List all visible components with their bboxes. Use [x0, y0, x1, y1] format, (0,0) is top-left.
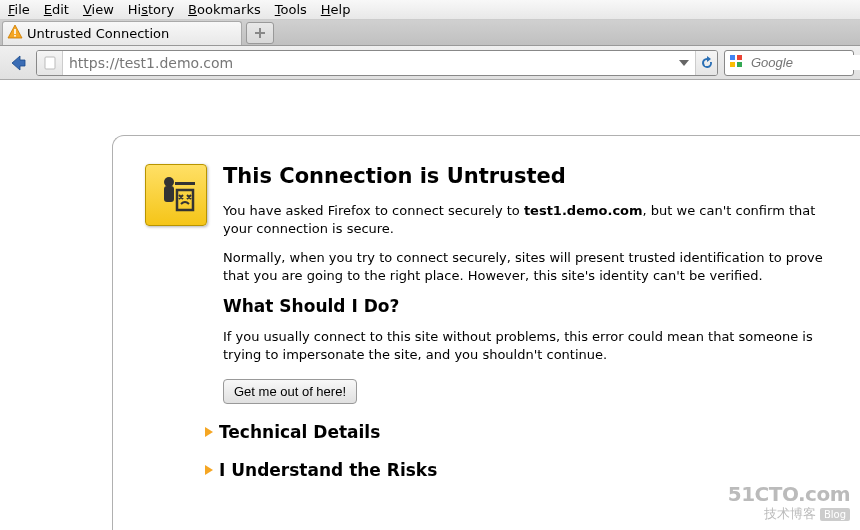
- svg-rect-2: [45, 57, 55, 69]
- identity-box[interactable]: [37, 51, 63, 75]
- understand-risks-expander[interactable]: I Understand the Risks: [205, 460, 840, 480]
- tab-active[interactable]: Untrusted Connection: [2, 21, 242, 45]
- svg-rect-9: [175, 182, 195, 185]
- untrusted-badge-icon: [145, 164, 207, 226]
- warning-icon: [7, 24, 23, 43]
- watermark-line1: 51CTO.com: [728, 482, 850, 506]
- svg-rect-3: [730, 55, 735, 60]
- reload-button[interactable]: [695, 51, 717, 75]
- error-paragraph-1: You have asked Firefox to connect secure…: [223, 202, 833, 237]
- menu-tools[interactable]: Tools: [275, 2, 307, 17]
- back-button[interactable]: [6, 51, 30, 75]
- back-arrow-icon: [8, 53, 28, 73]
- plus-icon: [254, 27, 266, 39]
- navbar: https://test1.demo.com: [0, 46, 860, 80]
- menu-file[interactable]: File: [8, 2, 30, 17]
- tab-title: Untrusted Connection: [27, 26, 169, 41]
- error-subtitle: What Should I Do?: [223, 296, 840, 316]
- content-area: This Connection is Untrusted You have as…: [0, 80, 860, 530]
- menu-edit[interactable]: Edit: [44, 2, 69, 17]
- menu-bookmarks[interactable]: Bookmarks: [188, 2, 261, 17]
- menu-history[interactable]: History: [128, 2, 174, 17]
- technical-details-expander[interactable]: Technical Details: [205, 422, 840, 442]
- error-body: This Connection is Untrusted You have as…: [223, 164, 840, 502]
- error-paragraph-2: Normally, when you try to connect secure…: [223, 249, 833, 284]
- urlbar[interactable]: https://test1.demo.com: [36, 50, 718, 76]
- expander-arrow-icon: [205, 465, 213, 475]
- error-paragraph-3: If you usually connect to this site with…: [223, 328, 833, 363]
- svg-rect-6: [737, 62, 742, 67]
- expander-arrow-icon: [205, 427, 213, 437]
- error-title: This Connection is Untrusted: [223, 164, 840, 188]
- get-out-button[interactable]: Get me out of here!: [223, 379, 357, 404]
- google-icon: [729, 54, 743, 71]
- svg-point-7: [164, 177, 174, 187]
- menu-view[interactable]: View: [83, 2, 114, 17]
- svg-rect-8: [164, 186, 174, 202]
- error-hostname: test1.demo.com: [524, 203, 643, 218]
- url-domain: demo.com: [159, 55, 233, 71]
- watermark-line2: 技术博客: [764, 506, 816, 521]
- reload-icon: [699, 55, 715, 71]
- url-prefix: https://test1.: [69, 55, 159, 71]
- error-card: This Connection is Untrusted You have as…: [112, 135, 860, 530]
- new-tab-button[interactable]: [246, 22, 274, 44]
- watermark: 51CTO.com 技术博客Blog: [728, 482, 850, 522]
- svg-rect-0: [14, 29, 16, 34]
- url-dropdown-button[interactable]: [673, 51, 695, 75]
- menu-help[interactable]: Help: [321, 2, 351, 17]
- watermark-badge: Blog: [820, 508, 850, 521]
- tabbar: Untrusted Connection: [0, 20, 860, 46]
- menubar: File Edit View History Bookmarks Tools H…: [0, 0, 860, 20]
- expander-label: I Understand the Risks: [219, 460, 437, 480]
- svg-rect-5: [730, 62, 735, 67]
- search-input[interactable]: [751, 55, 860, 70]
- url-text[interactable]: https://test1.demo.com: [63, 55, 673, 71]
- search-box[interactable]: [724, 50, 854, 76]
- chevron-down-icon: [679, 60, 689, 66]
- svg-rect-4: [737, 55, 742, 60]
- expander-label: Technical Details: [219, 422, 380, 442]
- page-icon: [43, 56, 57, 70]
- svg-rect-1: [14, 35, 16, 37]
